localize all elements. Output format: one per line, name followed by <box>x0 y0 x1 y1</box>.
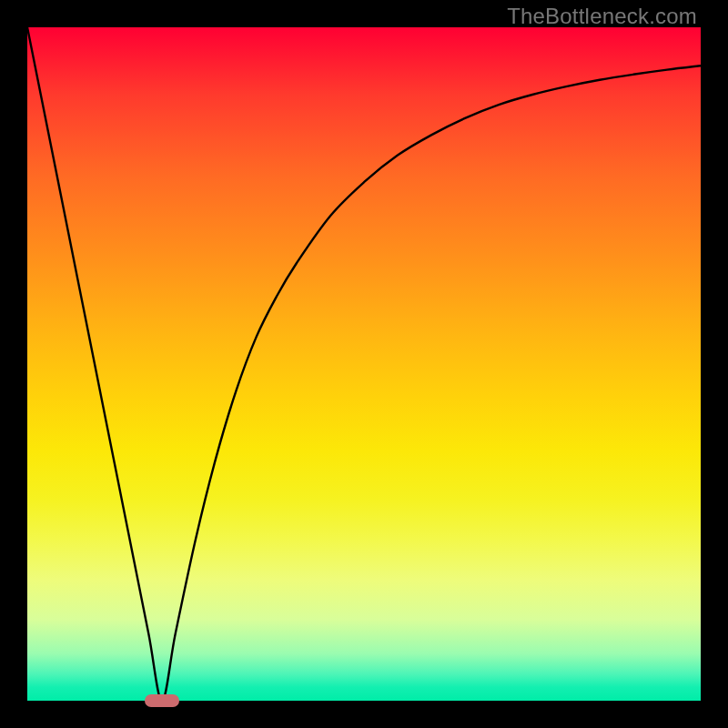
plot-area <box>27 27 701 701</box>
minimum-marker <box>145 694 179 707</box>
watermark-text: TheBottleneck.com <box>507 4 697 29</box>
bottleneck-curve <box>27 27 701 701</box>
chart-frame: TheBottleneck.com <box>0 0 728 728</box>
